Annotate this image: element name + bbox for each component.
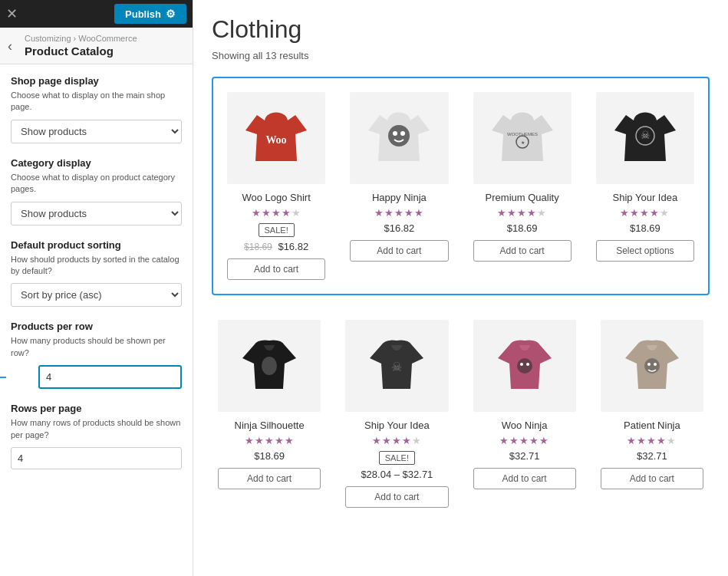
add-to-cart-button[interactable]: Add to cart xyxy=(345,486,448,508)
product-image-ship-your-idea: ☠ xyxy=(596,92,694,184)
products-per-row-input[interactable] xyxy=(38,365,182,389)
product-image-premium-quality: WOOTHEMES ★ xyxy=(473,92,572,184)
star-rating: ★★★★★ xyxy=(473,435,576,446)
svg-text:☠: ☠ xyxy=(640,129,650,141)
product-name: Ship Your Idea xyxy=(345,420,448,431)
product-price: $32.71 xyxy=(473,450,576,462)
product-card-patient-ninja: Patient Ninja ★★★★★ $32.71 Add to cart xyxy=(595,314,710,514)
product-name: Woo Ninja xyxy=(473,420,576,431)
rows-per-page-title: Rows per page xyxy=(11,403,182,414)
add-to-cart-button[interactable]: Add to cart xyxy=(218,468,321,489)
select-options-button[interactable]: Select options xyxy=(596,240,694,262)
star-rating: ★★★★★ xyxy=(227,207,325,219)
star-rating: ★★★★★ xyxy=(596,207,694,219)
product-card-woo-ninja: Woo Ninja ★★★★★ $32.71 Add to cart xyxy=(467,314,582,514)
product-price: $28.04 – $32.71 xyxy=(345,469,448,480)
add-to-cart-button[interactable]: Add to cart xyxy=(227,258,325,280)
products-per-row-section: Products per row How many products shoul… xyxy=(11,321,182,389)
product-name: Ninja Silhouette xyxy=(218,420,321,431)
results-count: Showing all 13 results xyxy=(212,50,710,61)
rows-per-page-desc: How many rows of products should be show… xyxy=(11,417,182,441)
svg-point-13 xyxy=(520,363,523,366)
product-name: Patient Ninja xyxy=(601,420,703,431)
publish-label: Publish xyxy=(125,8,161,20)
product-card-ship-your-idea: ☠ Ship Your Idea ★★★★★ $18.69 Select opt… xyxy=(590,86,700,286)
product-card-ship-your-idea-hoodie: ☠ Ship Your Idea ★★★★★ SALE! $28.04 – $3… xyxy=(339,314,454,514)
product-image-patient-ninja xyxy=(601,320,703,412)
default-sorting-select[interactable]: Sort by price (asc) Sort by price (desc)… xyxy=(11,283,182,307)
breadcrumb: Customizing › WooCommerce xyxy=(25,34,183,43)
product-price: $18.69 xyxy=(473,222,572,234)
svg-text:★: ★ xyxy=(520,140,524,145)
product-card-premium-quality: WOOTHEMES ★ Premium Quality ★★★★★ $18.69… xyxy=(467,86,578,286)
svg-text:☠: ☠ xyxy=(391,360,402,374)
product-price: $32.71 xyxy=(601,450,703,462)
product-image-ship-your-idea-hoodie: ☠ xyxy=(345,320,448,412)
sale-badge: SALE! xyxy=(259,223,295,237)
svg-point-17 xyxy=(654,363,657,366)
main-content: Clothing Showing all 13 results Woo Woo … xyxy=(193,0,728,576)
add-to-cart-button[interactable]: Add to cart xyxy=(350,240,448,262)
product-card-woo-logo-shirt: Woo Woo Logo Shirt ★★★★★ SALE! $18.69 $1… xyxy=(221,86,331,286)
star-rating: ★★★★★ xyxy=(345,435,448,446)
page-title: Clothing xyxy=(212,15,710,44)
svg-text:Woo: Woo xyxy=(266,134,287,146)
category-display-section: Category display Choose what to display … xyxy=(11,157,182,225)
product-price: $18.69 xyxy=(596,222,694,234)
product-price: $16.82 xyxy=(350,222,448,234)
category-display-select[interactable]: Show products Show categories Show both xyxy=(11,202,182,225)
shop-page-display-title: Shop page display xyxy=(11,75,182,87)
product-price: $18.69 $16.82 xyxy=(227,241,325,252)
product-image-ninja-silhouette xyxy=(218,320,321,412)
sale-badge: SALE! xyxy=(379,451,415,465)
products-row-2: Ninja Silhouette ★★★★★ $18.69 Add to car… xyxy=(212,314,710,514)
star-rating: ★★★★★ xyxy=(601,435,703,446)
star-rating: ★★★★★ xyxy=(350,207,448,219)
product-name: Premium Quality xyxy=(473,192,572,203)
svg-point-3 xyxy=(393,131,397,136)
svg-point-16 xyxy=(647,363,651,366)
shop-page-display-section: Shop page display Choose what to display… xyxy=(11,75,182,143)
product-price: $18.69 xyxy=(218,450,321,462)
product-name: Ship Your Idea xyxy=(596,192,694,203)
product-name: Woo Logo Shirt xyxy=(227,192,325,203)
shop-page-display-desc: Choose what to display on the main shop … xyxy=(11,90,182,114)
svg-point-4 xyxy=(400,131,405,136)
arrow-indicator xyxy=(0,368,8,387)
default-sorting-desc: How should products by sorted in the cat… xyxy=(11,254,182,278)
shop-page-display-select[interactable]: Show products Show categories Show both xyxy=(11,120,182,143)
product-card-happy-ninja: Happy Ninja ★★★★★ $16.82 Add to cart xyxy=(344,86,454,286)
add-to-cart-button[interactable]: Add to cart xyxy=(473,240,572,262)
product-image-woo-ninja xyxy=(473,320,576,412)
product-name: Happy Ninja xyxy=(350,192,448,203)
rows-per-page-input[interactable] xyxy=(11,447,182,469)
svg-point-10 xyxy=(262,357,277,375)
svg-point-12 xyxy=(517,358,532,374)
default-sorting-title: Default product sorting xyxy=(11,239,182,251)
sidebar-breadcrumb-section: ‹ Customizing › WooCommerce Product Cata… xyxy=(0,28,193,64)
products-per-row-title: Products per row xyxy=(11,321,182,332)
add-to-cart-button[interactable]: Add to cart xyxy=(601,468,703,489)
default-sorting-section: Default product sorting How should produ… xyxy=(11,239,182,308)
sidebar-header: ✕ Publish ⚙ xyxy=(0,0,193,28)
add-to-cart-button[interactable]: Add to cart xyxy=(473,468,576,489)
gear-icon: ⚙ xyxy=(166,8,176,20)
publish-button[interactable]: Publish ⚙ xyxy=(114,4,186,24)
star-rating: ★★★★★ xyxy=(473,207,572,219)
sidebar: ✕ Publish ⚙ ‹ Customizing › WooCommerce … xyxy=(0,0,193,576)
rows-per-page-section: Rows per page How many rows of products … xyxy=(11,403,182,469)
products-per-row-desc: How many products should be shown per ro… xyxy=(11,335,182,359)
products-row-1: Woo Woo Logo Shirt ★★★★★ SALE! $18.69 $1… xyxy=(212,77,710,295)
star-rating: ★★★★★ xyxy=(218,435,321,446)
section-title: Product Catalog xyxy=(25,44,183,58)
product-image-woo-logo-shirt: Woo xyxy=(227,92,325,184)
sidebar-content: Shop page display Choose what to display… xyxy=(0,64,193,576)
back-arrow-button[interactable]: ‹ xyxy=(8,38,12,54)
close-button[interactable]: ✕ xyxy=(6,7,18,21)
product-card-ninja-silhouette: Ninja Silhouette ★★★★★ $18.69 Add to car… xyxy=(212,314,327,514)
svg-point-2 xyxy=(388,125,410,146)
category-display-title: Category display xyxy=(11,157,182,169)
svg-point-14 xyxy=(526,363,529,366)
category-display-desc: Choose what to display on product catego… xyxy=(11,172,182,196)
product-image-happy-ninja xyxy=(350,92,448,184)
